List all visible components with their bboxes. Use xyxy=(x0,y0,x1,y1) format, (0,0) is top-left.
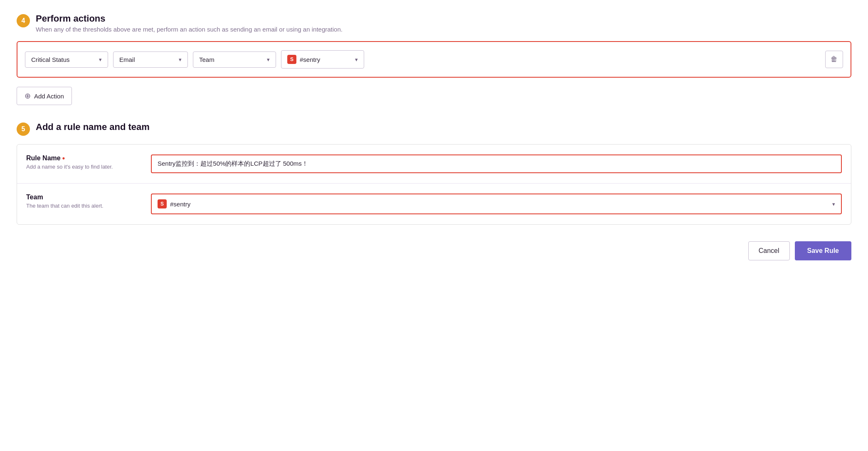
sentry-action-arrow-icon: ▾ xyxy=(355,56,358,63)
team-sentry-label: #sentry xyxy=(170,201,190,208)
team-label: Team xyxy=(199,56,215,63)
critical-status-label: Critical Status xyxy=(31,56,70,63)
action-row-box: Critical Status ▾ Email ▾ Team ▾ S #sent… xyxy=(17,41,851,78)
team-row: Team The team that can edit this alert. … xyxy=(17,184,851,224)
save-rule-button[interactable]: Save Rule xyxy=(795,241,851,260)
team-control: S #sentry ▾ xyxy=(151,194,842,214)
rule-name-hint: Add a name so it's easy to find later. xyxy=(26,164,151,170)
sentry-action-inner: S #sentry xyxy=(287,55,320,64)
footer-buttons: Cancel Save Rule xyxy=(17,241,851,260)
action-row: Critical Status ▾ Email ▾ Team ▾ S #sent… xyxy=(25,50,843,69)
step4-header: 4 Perform actions When any of the thresh… xyxy=(17,13,851,33)
critical-status-dropdown[interactable]: Critical Status ▾ xyxy=(25,51,108,68)
step4-description: When any of the thresholds above are met… xyxy=(36,26,343,33)
team-select-arrow-icon: ▾ xyxy=(832,201,835,207)
rule-name-input[interactable] xyxy=(151,154,842,173)
sentry-action-dropdown[interactable]: S #sentry ▾ xyxy=(281,50,364,69)
email-label: Email xyxy=(119,56,135,63)
team-arrow-icon: ▾ xyxy=(267,56,270,63)
rule-name-control xyxy=(151,154,842,173)
delete-action-button[interactable]: 🗑 xyxy=(825,51,843,68)
step5-title: Add a rule name and team xyxy=(36,122,150,132)
team-select-dropdown[interactable]: S #sentry ▾ xyxy=(151,194,842,214)
team-sentry-inner: S #sentry xyxy=(158,199,190,208)
add-action-plus-icon: ⊕ xyxy=(25,91,31,100)
cancel-button[interactable]: Cancel xyxy=(748,241,790,260)
team-label: Team xyxy=(26,194,151,201)
critical-status-arrow-icon: ▾ xyxy=(99,56,102,63)
trash-icon: 🗑 xyxy=(831,55,838,64)
email-arrow-icon: ▾ xyxy=(179,56,182,63)
step4-title: Perform actions xyxy=(36,13,343,24)
add-action-label: Add Action xyxy=(34,93,64,100)
step4-badge: 4 xyxy=(17,14,30,27)
rule-name-label: Rule Name • xyxy=(26,154,151,162)
step5-badge: 5 xyxy=(17,123,30,136)
team-hint: The team that can edit this alert. xyxy=(26,203,151,209)
sentry-action-label: #sentry xyxy=(300,56,320,63)
team-sentry-badge: S xyxy=(158,199,167,208)
rule-name-section: Rule Name • Add a name so it's easy to f… xyxy=(17,144,851,225)
rule-name-row: Rule Name • Add a name so it's easy to f… xyxy=(17,145,851,184)
form-table: Rule Name • Add a name so it's easy to f… xyxy=(17,144,851,225)
email-dropdown[interactable]: Email ▾ xyxy=(113,51,188,68)
add-action-button[interactable]: ⊕ Add Action xyxy=(17,87,72,105)
team-label-col: Team The team that can edit this alert. xyxy=(26,194,151,209)
required-indicator: • xyxy=(62,154,65,162)
rule-name-label-col: Rule Name • Add a name so it's easy to f… xyxy=(26,154,151,170)
team-dropdown[interactable]: Team ▾ xyxy=(193,51,276,68)
sentry-action-badge: S xyxy=(287,55,296,64)
step5-header: 5 Add a rule name and team xyxy=(17,122,851,136)
